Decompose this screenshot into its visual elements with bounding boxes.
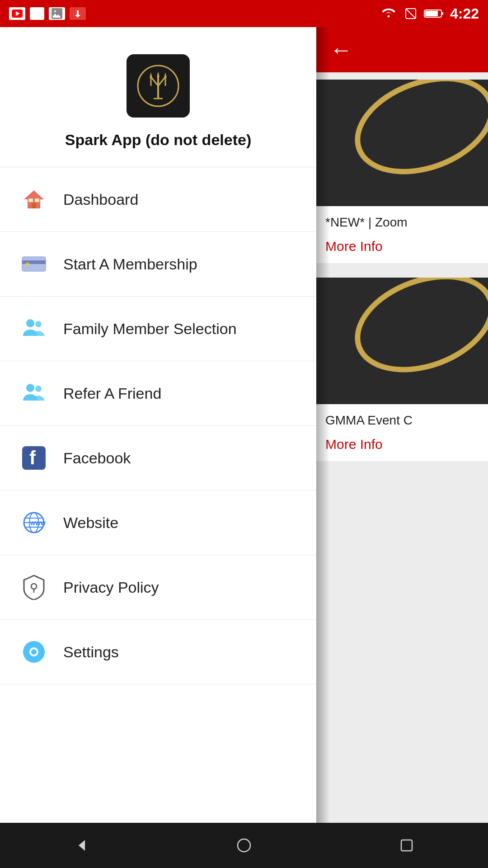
app-icon-1 <box>30 7 44 20</box>
status-bar: 4:22 <box>0 0 488 27</box>
android-recents-button[interactable] <box>393 832 420 859</box>
svg-point-54 <box>238 839 250 852</box>
download-icon <box>70 7 86 20</box>
card-1-more-info[interactable]: More Info <box>316 234 488 263</box>
svg-marker-16 <box>157 71 160 77</box>
privacy-policy-icon <box>18 571 50 603</box>
svg-point-30 <box>35 386 42 392</box>
svg-rect-8 <box>441 12 443 15</box>
refer-friend-icon <box>18 377 50 409</box>
svg-line-12 <box>151 77 158 86</box>
menu-item-start-membership[interactable]: Start A Membership <box>0 232 316 297</box>
card-2-more-info[interactable]: More Info <box>316 432 488 461</box>
android-nav-bar <box>0 823 488 868</box>
svg-rect-55 <box>401 840 412 851</box>
android-back-button[interactable] <box>68 832 95 859</box>
card-1-image <box>316 80 488 206</box>
svg-rect-47 <box>40 651 45 653</box>
wifi-icon <box>380 7 398 20</box>
svg-rect-22 <box>35 198 39 202</box>
svg-marker-15 <box>150 72 152 78</box>
dashboard-icon <box>18 184 50 215</box>
card-2-image <box>316 278 488 404</box>
app-title: Spark App (do not delete) <box>52 131 265 149</box>
svg-rect-21 <box>28 198 33 202</box>
family-icon <box>18 313 50 344</box>
dashboard-label: Dashboard <box>63 191 138 208</box>
back-button[interactable]: ← <box>330 37 352 63</box>
membership-icon <box>18 248 50 280</box>
family-member-label: Family Member Selection <box>63 320 237 338</box>
svg-point-39 <box>31 584 37 589</box>
svg-line-5 <box>406 9 416 19</box>
svg-line-14 <box>158 77 165 86</box>
menu-item-website[interactable]: WWW Website <box>0 491 316 555</box>
status-icons-left <box>9 7 86 20</box>
app-icon-2 <box>49 7 65 20</box>
menu-item-privacy-policy[interactable]: Privacy Policy <box>0 555 316 620</box>
svg-text:WWW: WWW <box>30 520 46 527</box>
svg-rect-46 <box>23 651 28 653</box>
menu-item-family-member-selection[interactable]: Family Member Selection <box>0 297 316 361</box>
svg-rect-44 <box>33 641 35 646</box>
card-1-ellipse <box>341 80 488 192</box>
start-membership-label: Start A Membership <box>63 255 197 273</box>
svg-text:f: f <box>29 447 36 468</box>
drawer-menu: Dashboard Start A Membership <box>0 167 316 868</box>
refer-friend-label: Refer A Friend <box>63 385 161 402</box>
status-time: 4:22 <box>450 5 479 22</box>
settings-label: Settings <box>63 643 119 661</box>
no-sim-icon <box>404 7 418 20</box>
svg-marker-53 <box>79 840 85 851</box>
android-home-button[interactable] <box>230 832 258 859</box>
facebook-icon: f <box>18 442 50 474</box>
svg-marker-17 <box>164 72 167 78</box>
menu-item-settings[interactable]: Settings <box>0 620 316 684</box>
svg-point-28 <box>35 321 42 327</box>
app-logo <box>127 54 190 118</box>
trident-icon <box>136 63 181 108</box>
settings-icon <box>18 636 50 668</box>
menu-item-dashboard[interactable]: Dashboard <box>0 167 316 232</box>
svg-point-27 <box>26 319 34 327</box>
svg-point-43 <box>31 649 37 655</box>
drawer-header: Spark App (do not delete) <box>0 27 316 167</box>
status-icons-right: 4:22 <box>380 5 479 22</box>
card-2-ellipse <box>341 278 488 390</box>
website-label: Website <box>63 514 118 532</box>
battery-icon <box>424 8 444 19</box>
right-panel: ← *NEW* | Zoom More Info GMMA Event C Mo… <box>316 0 488 868</box>
card-1: *NEW* | Zoom More Info <box>316 80 488 263</box>
website-icon: WWW <box>18 507 50 538</box>
drawer: Spark App (do not delete) Dashboard <box>0 0 316 868</box>
svg-rect-7 <box>425 11 438 16</box>
svg-rect-25 <box>22 260 46 264</box>
svg-point-29 <box>26 384 34 392</box>
facebook-label: Facebook <box>63 449 131 467</box>
svg-rect-45 <box>33 658 35 663</box>
svg-point-3 <box>54 10 56 12</box>
menu-item-refer-a-friend[interactable]: Refer A Friend <box>0 361 316 426</box>
menu-item-facebook[interactable]: f Facebook <box>0 426 316 491</box>
svg-rect-23 <box>32 203 36 208</box>
youtube-icon <box>9 7 25 20</box>
privacy-policy-label: Privacy Policy <box>63 579 159 596</box>
card-1-title: *NEW* | Zoom <box>316 206 488 234</box>
card-2-title: GMMA Event C <box>316 404 488 432</box>
card-2: GMMA Event C More Info <box>316 278 488 461</box>
